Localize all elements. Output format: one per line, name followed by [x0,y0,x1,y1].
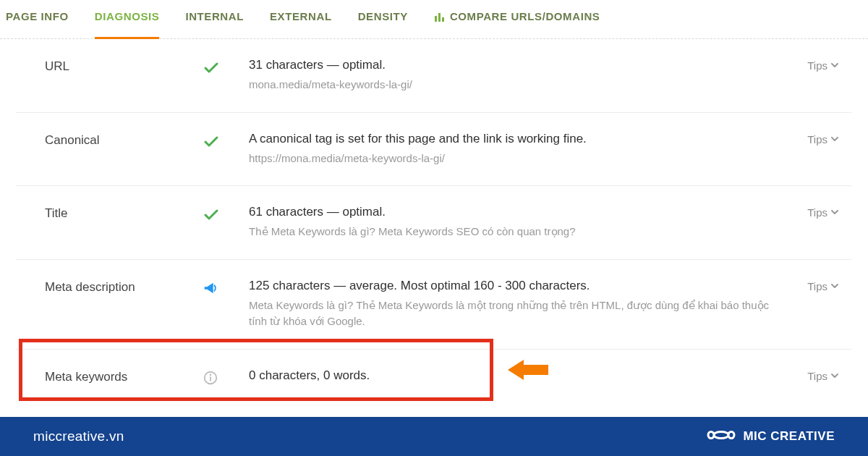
footer-domain: miccreative.vn [33,428,124,444]
row-sub-canonical: https://mona.media/meta-keywords-la-gi/ [249,151,770,167]
status-icon-meta-keywords [203,368,249,386]
row-main-meta-keywords: 0 characters, 0 words. [249,368,788,383]
svg-rect-1 [438,13,441,22]
megaphone-icon [203,280,218,296]
tips-toggle-url[interactable]: Tips [788,58,839,72]
bar-chart-icon [434,12,446,22]
chevron-down-icon [830,206,839,219]
row-label-url: URL [45,58,203,74]
tips-label: Tips [807,370,827,382]
check-icon [203,133,220,151]
tips-toggle-canonical[interactable]: Tips [788,132,839,145]
status-icon-title [203,205,249,224]
chevron-down-icon [830,280,839,292]
tips-toggle-meta-keywords[interactable]: Tips [788,368,839,382]
tab-page-info[interactable]: PAGE INFO [6,10,69,30]
row-meta-description: Meta description 125 characters — averag… [16,260,852,350]
tips-label: Tips [807,280,827,292]
row-canonical: Canonical A canonical tag is set for thi… [16,113,852,187]
svg-rect-0 [435,16,437,22]
row-main-url: 31 characters — optimal. [249,58,788,72]
check-icon [203,206,220,224]
row-sub-meta-description: Meta Keywords là gì? Thẻ Meta Keywords l… [249,297,770,330]
status-icon-meta-description [203,279,249,296]
tips-toggle-meta-description[interactable]: Tips [788,279,839,292]
check-icon [203,59,220,77]
row-label-meta-keywords: Meta keywords [45,368,203,384]
tips-label: Tips [807,133,827,145]
row-label-title: Title [45,205,203,221]
footer-brand-text: MIC CREATIVE [743,429,835,444]
svg-rect-2 [442,17,444,22]
chevron-down-icon [830,59,839,72]
tab-diagnosis[interactable]: DIAGNOSIS [95,10,160,30]
footer-bar: miccreative.vn MIC CREATIVE [0,417,868,456]
svg-rect-5 [210,376,211,381]
row-meta-keywords: Meta keywords 0 characters, 0 words. Tip… [16,350,852,406]
tab-external[interactable]: EXTERNAL [270,10,332,30]
row-url: URL 31 characters — optimal. mona.media/… [16,39,852,113]
row-label-meta-description: Meta description [45,279,203,295]
chevron-down-icon [830,133,839,145]
tips-label: Tips [807,59,827,72]
tab-bar: PAGE INFO DIAGNOSIS INTERNAL EXTERNAL DE… [0,0,868,39]
tips-label: Tips [807,206,827,219]
footer-brand-block: MIC CREATIVE [707,427,835,446]
chevron-down-icon [830,370,839,382]
row-sub-title: Thẻ Meta Keywords là gì? Meta Keywords S… [249,224,770,240]
infinity-logo-icon [707,427,736,446]
tab-compare-label: COMPARE URLS/DOMAINS [450,10,600,22]
svg-point-4 [210,373,212,376]
tips-toggle-title[interactable]: Tips [788,205,839,219]
tab-compare[interactable]: COMPARE URLS/DOMAINS [434,10,600,30]
diagnosis-content: URL 31 characters — optimal. mona.media/… [0,39,868,406]
status-icon-canonical [203,132,249,151]
row-main-title: 61 characters — optimal. [249,205,788,219]
info-icon [203,370,218,386]
row-main-meta-description: 125 characters — average. Most optimal 1… [249,279,788,293]
tab-density[interactable]: DENSITY [358,10,408,30]
tab-internal[interactable]: INTERNAL [185,10,244,30]
row-main-canonical: A canonical tag is set for this page and… [249,132,788,146]
status-icon-url [203,58,249,77]
row-sub-url: mona.media/meta-keywords-la-gi/ [249,77,770,93]
row-title: Title 61 characters — optimal. Thẻ Meta … [16,186,852,260]
row-label-canonical: Canonical [45,132,203,148]
